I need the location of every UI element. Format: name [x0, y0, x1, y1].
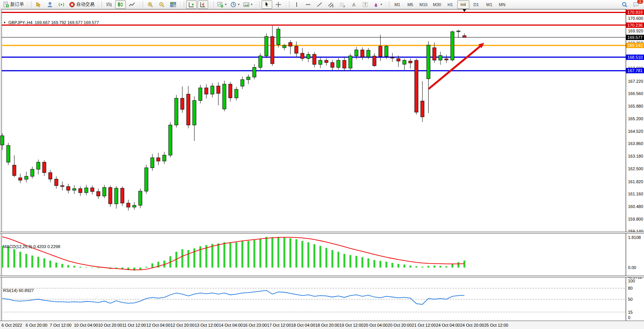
- toolbar-separator: [389, 1, 389, 8]
- timeframe-M1-button[interactable]: M1: [391, 0, 403, 9]
- toolbar-separator: [143, 1, 143, 8]
- chart-window-title: ▼ GBPJPY-,H4 169.667 169.792 169.577 169…: [3, 20, 99, 25]
- newchart-icon: [217, 2, 223, 8]
- chart-area[interactable]: ▼ GBPJPY-,H4 169.667 169.792 169.577 169…: [0, 9, 644, 329]
- timeframe-H1-button[interactable]: H1: [444, 0, 456, 9]
- zoom-in-button[interactable]: [145, 0, 156, 9]
- candlestick-chart-button[interactable]: [115, 0, 126, 9]
- time-tick-label: 20 Oct 20:00: [388, 323, 412, 327]
- time-tick-label: 13 Oct 12:00: [194, 323, 218, 327]
- timeframe-M30-button[interactable]: M30: [430, 0, 443, 9]
- price-tick-label: 163.180: [628, 154, 643, 158]
- price-level-badge: 170.236: [626, 23, 644, 28]
- price-tick-label: 160.480: [628, 204, 643, 209]
- signals-button[interactable]: [56, 0, 67, 9]
- time-axis[interactable]: 6 Oct 20226 Oct 20:007 Oct 12:0010 Oct 0…: [0, 321, 644, 329]
- toolbar-right-group: 1: [619, 0, 642, 9]
- svg-text:E: E: [332, 5, 334, 8]
- zoom-in-icon: [147, 2, 153, 8]
- zoom-out-button[interactable]: [156, 0, 167, 9]
- new-chart-button[interactable]: ▾: [216, 0, 228, 9]
- new-order-button[interactable]: 新订单: [2, 0, 26, 9]
- timeframe-M5-button[interactable]: M5: [404, 0, 416, 9]
- time-tick-label: 17 Oct 12:00: [267, 323, 291, 327]
- timeframe-D1-button[interactable]: D1: [470, 0, 482, 9]
- timeframe-H4-button[interactable]: H4: [457, 0, 469, 9]
- price-macd-divider[interactable]: [0, 232, 644, 234]
- fibo-icon: F: [339, 2, 345, 8]
- rsi-axis-label: 15: [628, 310, 633, 314]
- price-level-badge: 167.781: [626, 68, 644, 73]
- template-icon: [243, 2, 249, 8]
- svg-text:T: T: [364, 3, 366, 7]
- toolbar-separator: [31, 1, 31, 8]
- notification-count-badge: 1: [637, 0, 643, 4]
- toolbar-separator: [289, 1, 289, 8]
- time-tick-label: 10 Oct 04:00: [74, 323, 98, 327]
- dropdown-caret-icon: ▾: [381, 3, 382, 6]
- price-tick-label: 169.920: [628, 29, 643, 33]
- price-tick-label: 170.600: [628, 16, 643, 21]
- mql5-community-button[interactable]: [45, 0, 55, 9]
- price-tick-label: 162.500: [628, 166, 643, 171]
- time-tick-label: 12 Oct 20:00: [170, 323, 194, 327]
- toolbar-separator: [209, 1, 211, 8]
- dropdown-caret-icon: ▾: [238, 3, 239, 6]
- chart-profile-button[interactable]: [33, 0, 44, 9]
- fibonacci-button[interactable]: F: [337, 0, 348, 9]
- main-toolbar: 新订单自动交易▾▾▾EFAT▾M1M5M15M30H1H4D1W1MN1: [0, 0, 644, 9]
- toolbar-separator: [180, 1, 181, 8]
- macd-axis-label: 1.8108: [628, 235, 641, 240]
- tile-windows-button[interactable]: [168, 0, 178, 9]
- text-button[interactable]: A: [348, 0, 359, 9]
- price-axis[interactable]: 170.600169.920169.260167.900167.220166.5…: [626, 9, 644, 321]
- equidistant-channel-button[interactable]: E: [326, 0, 336, 9]
- toolbar-separator: [259, 1, 260, 8]
- bar-chart-button[interactable]: [104, 0, 114, 9]
- toolbar-separator: [285, 1, 287, 8]
- macd-indicator-label: MACD(12,26,9) 0.4203 0.2298: [3, 244, 60, 249]
- cursor-button[interactable]: [262, 0, 272, 9]
- time-tick-label: 18 Oct 20:00: [315, 323, 339, 327]
- chart-shift-button[interactable]: [198, 0, 208, 9]
- periods-button[interactable]: ▾: [229, 0, 241, 9]
- macd-rsi-divider[interactable]: [0, 276, 644, 277]
- chartshift-icon: [200, 2, 206, 8]
- trendline-button[interactable]: [314, 0, 325, 9]
- macd-axis-label: 0.00: [628, 265, 636, 270]
- rsi-axis-label: 100: [628, 279, 635, 283]
- time-tick-label: 19 Oct 12:00: [339, 323, 363, 327]
- price-tick-label: 164.520: [628, 129, 643, 134]
- rsi-indicator-label: RSI(14) 60.8927: [3, 288, 34, 293]
- notifications-button[interactable]: 1: [631, 0, 641, 9]
- search-icon: [622, 2, 628, 8]
- price-level-badge: 170.919: [626, 10, 644, 15]
- rsi-axis-label: 0: [628, 315, 630, 320]
- price-level-badge: 169.143: [626, 43, 644, 48]
- arrows-button[interactable]: ▾: [371, 0, 384, 9]
- price-tick-label: 165.880: [628, 104, 643, 108]
- zoom-out-icon: [159, 2, 165, 8]
- price-tick-label: 159.800: [628, 217, 643, 221]
- clock-icon: [230, 2, 236, 8]
- timeframe-W1-button[interactable]: W1: [483, 0, 495, 9]
- chart-dropdown-icon[interactable]: ▼: [3, 21, 6, 24]
- text-label-button[interactable]: T: [360, 0, 371, 9]
- search-button[interactable]: [619, 0, 630, 9]
- vertical-line-button[interactable]: [291, 0, 302, 9]
- toolbar-separator: [97, 1, 99, 8]
- timeframe-M15-button[interactable]: M15: [417, 0, 430, 9]
- vline-icon: [294, 2, 300, 8]
- tile-icon: [170, 2, 176, 8]
- arrows-icon: [373, 2, 379, 8]
- templates-button[interactable]: ▾: [242, 0, 254, 9]
- cursor-icon: [264, 2, 270, 8]
- auto-trading-button[interactable]: 自动交易: [67, 0, 96, 9]
- time-tick-label: 10 Oct 20:00: [98, 323, 122, 327]
- auto-scroll-button[interactable]: [186, 0, 197, 9]
- line-chart-button[interactable]: [127, 0, 137, 9]
- horizontal-line-button[interactable]: [303, 0, 313, 9]
- dropdown-caret-icon: ▾: [251, 3, 252, 6]
- timeframe-MN-button[interactable]: MN: [496, 0, 508, 9]
- crosshair-button[interactable]: [273, 0, 284, 9]
